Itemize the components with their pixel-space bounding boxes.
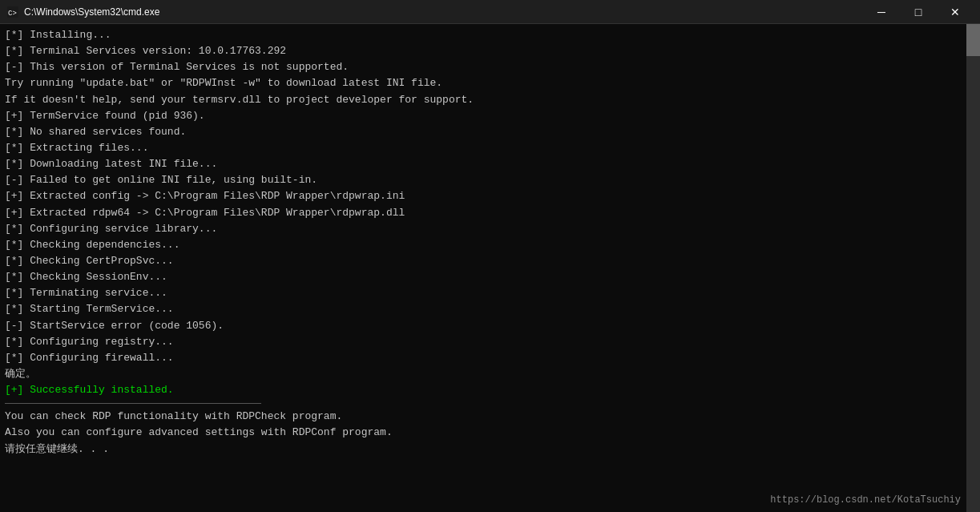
console-line: If it doesn't help, send your termsrv.dl… — [5, 92, 975, 108]
console-line: [*] Checking dependencies... — [5, 237, 975, 253]
maximize-button[interactable]: □ — [900, 0, 937, 24]
console-line: [-] This version of Terminal Services is… — [5, 59, 975, 75]
console-line: [+] TermService found (pid 936). — [5, 108, 975, 124]
close-button[interactable]: ✕ — [937, 0, 974, 24]
console-line: 请按任意键继续. . . — [5, 441, 975, 458]
console-line: [+] Extracted rdpw64 -> C:\Program Files… — [5, 205, 975, 221]
console-line: [*] Configuring firewall... — [5, 350, 975, 366]
console-line: [*] Downloading latest INI file... — [5, 156, 975, 172]
console-line: [*] Configuring registry... — [5, 334, 975, 350]
cmd-window: C> C:\Windows\System32\cmd.exe ─ □ ✕ [*]… — [0, 0, 980, 512]
console-line: [*] Configuring service library... — [5, 221, 975, 237]
console-line: Also you can configure advanced settings… — [5, 425, 975, 441]
console-output: [*] Installing...[*] Terminal Services v… — [5, 27, 975, 509]
console-area: [*] Installing...[*] Terminal Services v… — [0, 24, 980, 512]
scrollbar-thumb[interactable] — [966, 24, 980, 56]
window-controls: ─ □ ✕ — [863, 0, 974, 24]
console-line: Try running "update.bat" or "RDPWInst -w… — [5, 75, 975, 91]
svg-text:C>: C> — [8, 10, 17, 18]
console-line: [*] Checking SessionEnv... — [5, 269, 975, 285]
cmd-icon: C> — [6, 6, 19, 18]
console-line: [+] Successfully installed. — [5, 382, 975, 398]
watermark: https://blog.csdn.net/KotaTsuchiy — [770, 494, 961, 506]
console-line: [-] Failed to get online INI file, using… — [5, 172, 975, 188]
console-line: [*] No shared services found. — [5, 124, 975, 140]
separator — [5, 403, 261, 404]
scrollbar[interactable] — [966, 24, 980, 512]
window-title: C:\Windows\System32\cmd.exe — [24, 6, 863, 18]
console-line: [*] Extracting files... — [5, 140, 975, 156]
console-line: [*] Installing... — [5, 27, 975, 43]
console-line: 确定。 — [5, 366, 975, 382]
minimize-button[interactable]: ─ — [863, 0, 900, 24]
title-bar: C> C:\Windows\System32\cmd.exe ─ □ ✕ — [0, 0, 980, 24]
console-line: [+] Extracted config -> C:\Program Files… — [5, 188, 975, 204]
console-line: [*] Checking CertPropSvc... — [5, 253, 975, 269]
console-line: [*] Terminating service... — [5, 285, 975, 301]
console-line: [*] Terminal Services version: 10.0.1776… — [5, 43, 975, 59]
console-line: [-] StartService error (code 1056). — [5, 318, 975, 334]
console-line: You can check RDP functionality with RDP… — [5, 409, 975, 425]
console-line: [*] Starting TermService... — [5, 301, 975, 317]
